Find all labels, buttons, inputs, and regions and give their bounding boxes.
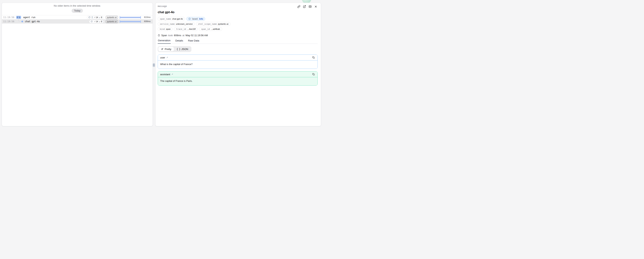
date-separator: Today <box>2 9 152 13</box>
role-label: assistant <box>160 73 170 76</box>
span-label: agent run <box>23 16 36 19</box>
tree-connector <box>18 17 21 22</box>
span-word: Span <box>161 34 167 37</box>
empty-state-notice: No older items in the selected time wind… <box>2 3 152 7</box>
tokens-out-count: 8 <box>101 20 102 22</box>
scope-tag[interactable]: pydantic-ai <box>106 16 118 19</box>
trace-row-agent-run[interactable]: 11:19:56 1 agent run Σ ↗ 14 ↙ 8 pydantic… <box>2 15 152 20</box>
stopwatch-icon <box>158 34 160 36</box>
trace-rows: 11:19:56 1 agent run Σ ↗ 14 ↙ 8 pydantic… <box>2 15 152 24</box>
attr-value: ...4ee16f <box>187 28 196 30</box>
span-diamond-icon <box>21 20 23 22</box>
attr-span-name[interactable]: span_name chat gpt-4o <box>158 17 185 21</box>
attr-trace-id[interactable]: trace_id ...4ee16f <box>174 27 198 31</box>
attr-key: kind <box>160 28 165 30</box>
tokens-in-count: 14 <box>96 20 98 22</box>
trace-row-chat-gpt-4o[interactable]: 11:19:56 chat gpt-4o ↗ 14 ↙ 8 pydantic-a… <box>2 20 152 24</box>
took-timestamp: May 02 11:19:56 AM <box>186 34 208 37</box>
drag-dots-icon <box>153 64 154 66</box>
token-stats-pill: ↗ 14 ↙ 8 <box>89 20 104 23</box>
detail-tabs: Generation Details Raw Data <box>158 39 318 44</box>
message-header: user ↗ <box>158 55 318 60</box>
pretty-label: Pretty <box>165 48 171 50</box>
copy-message-button[interactable] <box>312 56 315 59</box>
took-word: took <box>168 34 173 37</box>
copy-icon <box>312 73 315 76</box>
attr-value: pydantic-ai <box>218 23 228 25</box>
attr-key: span_id <box>201 28 210 30</box>
sparkles-icon <box>161 48 164 50</box>
tokens-out-count: 8 <box>101 16 102 18</box>
message-content: What is the capital of France? <box>158 60 318 68</box>
panel-resize-handle[interactable] <box>152 63 155 67</box>
attribute-badges: span_name chat gpt-4o level Info service… <box>158 17 318 31</box>
attr-value: span <box>166 28 171 30</box>
role-link-arrow-icon[interactable]: ↗ <box>171 73 173 76</box>
duration-bar <box>120 20 141 23</box>
at-word: at <box>182 34 184 37</box>
view-toggle: Pretty { } JSON <box>158 46 192 52</box>
today-button[interactable]: Today <box>72 9 83 13</box>
role-label: user <box>160 56 165 59</box>
tab-details[interactable]: Details <box>175 39 183 44</box>
copy-icon <box>312 56 315 59</box>
duration-text: 608ms <box>144 20 150 22</box>
token-stats-pill: Σ ↗ 14 ↙ 8 <box>87 16 104 19</box>
tokens-out-arrow-icon: ↙ <box>99 20 100 22</box>
sigma-icon: Σ <box>92 16 93 19</box>
row-timestamp: 11:19:56 <box>3 16 14 19</box>
close-panel-button[interactable] <box>314 4 318 8</box>
info-circle-icon <box>188 18 191 20</box>
tab-raw-data[interactable]: Raw Data <box>188 39 199 44</box>
link-icon <box>297 5 300 8</box>
attr-value: Info <box>199 18 203 20</box>
attr-key: level <box>192 18 198 20</box>
attr-value: chat gpt-4o <box>172 18 183 20</box>
message-content: The capital of France is Paris. <box>158 77 318 86</box>
dock-panel-button[interactable] <box>308 4 312 8</box>
attr-value: unknown_service <box>176 23 192 25</box>
braces-icon: { } <box>176 48 180 50</box>
row-timestamp: 11:19:56 <box>3 20 14 23</box>
panel-actions <box>297 4 318 8</box>
span-duration-summary: Span took 608ms at May 02 11:19:56 AM <box>158 34 318 37</box>
json-view-button[interactable]: { } JSON <box>174 47 191 52</box>
attr-key: service_name <box>160 23 175 25</box>
open-in-new-button[interactable] <box>302 4 306 8</box>
attr-span-id[interactable]: span_id ...ad4bab <box>199 27 222 31</box>
tokens-coin-icon <box>88 16 91 18</box>
tokens-coin-icon <box>91 20 93 22</box>
message-card-user: user ↗ What is the capital of France? <box>158 54 318 69</box>
attr-level[interactable]: level Info <box>186 17 205 21</box>
pretty-view-button[interactable]: Pretty <box>158 47 174 52</box>
span-detail-panel: message chat gpt-4o span_name chat gpt-4… <box>155 3 321 126</box>
role-link-arrow-icon[interactable]: ↗ <box>166 56 168 59</box>
attr-key: trace_id <box>176 28 186 30</box>
attr-otel-scope-name[interactable]: otel_scope_name pydantic-ai <box>196 22 230 26</box>
duration-bar <box>120 16 141 19</box>
span-kind-kicker: message <box>158 4 167 8</box>
tokens-in-arrow-icon: ↗ <box>94 16 95 18</box>
external-link-icon <box>303 5 306 8</box>
tab-generation[interactable]: Generation <box>158 39 171 44</box>
json-label: JSON <box>182 48 188 50</box>
span-label: chat gpt-4o <box>25 20 40 23</box>
attr-kind[interactable]: kind span <box>158 27 172 31</box>
scope-tag[interactable]: pydantic-ai <box>106 20 118 23</box>
message-card-assistant: assistant ↗ The capital of France is Par… <box>158 71 318 86</box>
copy-link-button[interactable] <box>297 4 301 8</box>
tokens-out-arrow-icon: ↙ <box>99 16 100 18</box>
copy-message-button[interactable] <box>312 72 315 76</box>
span-title: chat gpt-4o <box>158 10 318 14</box>
attr-service-name[interactable]: service_name unknown_service <box>158 22 195 26</box>
message-header: assistant ↗ <box>158 72 318 77</box>
panel-bottom-icon <box>308 5 312 8</box>
attr-value: ...ad4bab <box>211 28 220 30</box>
trace-list-panel: No older items in the selected time wind… <box>2 3 153 126</box>
tokens-in-arrow-icon: ↗ <box>94 20 95 22</box>
duration-text: 610ms <box>144 16 150 18</box>
close-icon <box>314 5 317 8</box>
attr-key: otel_scope_name <box>198 23 217 25</box>
attr-key: span_name <box>160 18 171 20</box>
took-duration: 608ms <box>174 34 181 37</box>
